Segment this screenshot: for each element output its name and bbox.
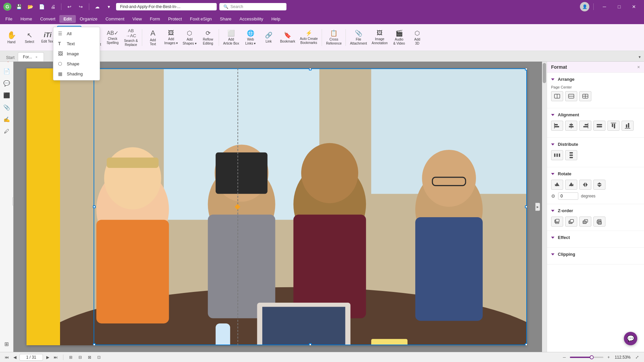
undo-icon[interactable]: ↩ bbox=[65, 2, 74, 11]
panel-close-button[interactable]: × bbox=[637, 64, 640, 70]
add-3d-tool[interactable]: ⬡ Add3D bbox=[409, 26, 426, 49]
cloud-icon[interactable]: ☁ bbox=[93, 2, 102, 11]
link-tool[interactable]: 🔗 Link bbox=[260, 26, 277, 49]
scroll-thumb[interactable] bbox=[543, 63, 546, 83]
zoom-fill bbox=[570, 357, 592, 358]
distribute-v[interactable] bbox=[565, 150, 577, 160]
fullscreen-button[interactable]: ⤢ bbox=[633, 354, 641, 361]
dropdown-item-all[interactable]: ☰ All bbox=[53, 28, 100, 39]
search-replace-tool[interactable]: AB→AC Search &Replace bbox=[122, 26, 140, 49]
sidebar-stamps[interactable]: 🖊 bbox=[1, 126, 12, 137]
next-page-button[interactable]: ▶ bbox=[44, 354, 51, 361]
fit-width-button[interactable]: ⊟ bbox=[77, 354, 84, 361]
menu-convert[interactable]: Convert bbox=[36, 15, 60, 23]
file-attachment-tool[interactable]: 📎 FileAttachment bbox=[348, 26, 369, 49]
cross-reference-tool[interactable]: 📋 CrossReference bbox=[324, 26, 343, 49]
menu-comment[interactable]: Comment bbox=[101, 15, 128, 23]
arrange-center-both[interactable] bbox=[579, 91, 591, 101]
dropdown-item-shading[interactable]: ▦ Shading bbox=[53, 69, 100, 79]
menu-share[interactable]: Share bbox=[216, 15, 235, 23]
arrange-center-v[interactable] bbox=[565, 91, 577, 101]
fit-page-button[interactable]: ⊞ bbox=[67, 354, 74, 361]
rotate-ccw-90[interactable] bbox=[551, 180, 563, 190]
align-bottom[interactable] bbox=[622, 121, 634, 131]
view-mode-button[interactable]: ⊠ bbox=[86, 354, 93, 361]
send-back[interactable] bbox=[593, 217, 605, 227]
zoom-in-button[interactable]: + bbox=[605, 354, 612, 361]
dropdown-icon[interactable]: ▾ bbox=[104, 2, 113, 11]
menu-accessibility[interactable]: Accessibility bbox=[235, 15, 267, 23]
align-top[interactable] bbox=[607, 121, 620, 131]
two-page-button[interactable]: ⊡ bbox=[96, 354, 102, 361]
chat-button[interactable]: 💬 bbox=[624, 332, 637, 345]
print-icon[interactable]: 🖨 bbox=[48, 2, 58, 11]
minimize-button[interactable]: ─ bbox=[598, 0, 611, 13]
send-backward[interactable] bbox=[579, 217, 591, 227]
document-tab[interactable]: For... × bbox=[18, 52, 44, 61]
save-icon[interactable]: 💾 bbox=[14, 2, 23, 11]
menu-home[interactable]: Home bbox=[16, 15, 36, 23]
sidebar-pages[interactable]: 📄 bbox=[1, 66, 12, 76]
web-links-tool[interactable]: 🌐 WebLinks ▾ bbox=[242, 26, 259, 49]
open-icon[interactable]: 📂 bbox=[25, 2, 35, 11]
sidebar-organize[interactable]: ⊞ bbox=[1, 339, 12, 349]
align-justify[interactable] bbox=[593, 121, 605, 131]
dropdown-item-shape[interactable]: ⬡ Shape bbox=[53, 59, 100, 69]
page-input[interactable]: 1 / 31 bbox=[19, 354, 43, 361]
zoom-thumb[interactable] bbox=[590, 355, 594, 359]
menu-foxit-esign[interactable]: Foxit eSign bbox=[186, 15, 216, 23]
prev-page-button[interactable]: ◀ bbox=[11, 354, 18, 361]
align-center-h[interactable] bbox=[565, 121, 577, 131]
menu-form[interactable]: Form bbox=[146, 15, 164, 23]
select-tool[interactable]: ↖ Select bbox=[21, 26, 38, 49]
bring-forward[interactable] bbox=[565, 217, 577, 227]
arrange-center-h[interactable] bbox=[551, 91, 563, 101]
dropdown-item-text[interactable]: T Text bbox=[53, 39, 100, 49]
tab-dropdown-arrow[interactable]: ▾ bbox=[635, 53, 644, 61]
sidebar-signatures[interactable]: ✍ bbox=[1, 114, 12, 125]
distribute-h[interactable] bbox=[551, 150, 563, 160]
sidebar-layers[interactable]: ⬛ bbox=[1, 90, 12, 101]
new-icon[interactable]: 📄 bbox=[37, 2, 46, 11]
zoom-value: 112.53% bbox=[615, 355, 631, 360]
maximize-button[interactable]: □ bbox=[612, 0, 626, 13]
user-avatar[interactable]: 👤 bbox=[580, 2, 589, 11]
menu-help[interactable]: Help bbox=[267, 15, 284, 23]
reflow-editing-tool[interactable]: ⟳ ReflowEditing bbox=[199, 26, 217, 49]
close-button[interactable]: ✕ bbox=[627, 0, 641, 13]
add-article-box-tool[interactable]: ⬜ AddArticle Box bbox=[221, 26, 241, 49]
align-right[interactable] bbox=[579, 121, 591, 131]
image-annotation-tool[interactable]: 🖼 ImageAnnotation bbox=[370, 26, 390, 49]
add-images-tool[interactable]: 🖼 AddImages ▾ bbox=[162, 26, 180, 49]
search-box[interactable]: 🔍 Search bbox=[219, 3, 286, 10]
flip-v[interactable] bbox=[593, 180, 605, 190]
menu-organize[interactable]: Organize bbox=[76, 15, 102, 23]
redo-icon[interactable]: ↪ bbox=[76, 2, 86, 11]
rotate-degrees-input[interactable]: 0 bbox=[558, 192, 578, 200]
last-page-button[interactable]: ⏭ bbox=[52, 354, 59, 361]
v-scrollbar[interactable] bbox=[542, 62, 547, 352]
menu-protect[interactable]: Protect bbox=[164, 15, 186, 23]
add-shapes-tool[interactable]: ⬡ AddShapes ▾ bbox=[180, 26, 199, 49]
check-spelling-tool[interactable]: AB✓ CheckSpelling bbox=[104, 26, 121, 49]
zoom-track[interactable] bbox=[570, 357, 603, 358]
flip-h[interactable] bbox=[579, 180, 591, 190]
hand-tool[interactable]: ✋ Hand bbox=[3, 26, 20, 49]
dropdown-item-image[interactable]: 🖼 Image bbox=[53, 49, 100, 59]
sidebar-attachments[interactable]: 📎 bbox=[1, 102, 12, 113]
tab-close-button[interactable]: × bbox=[34, 55, 39, 59]
menu-view[interactable]: View bbox=[128, 15, 146, 23]
first-page-button[interactable]: ⏮ bbox=[3, 354, 10, 361]
sidebar-comments[interactable]: 💬 bbox=[1, 78, 12, 88]
rotate-cw-90[interactable] bbox=[565, 180, 577, 190]
panel-expand-arrow[interactable]: ▶ bbox=[535, 203, 540, 211]
bookmark-tool[interactable]: 🔖 Bookmark bbox=[278, 26, 297, 49]
bring-front[interactable] bbox=[551, 217, 563, 227]
zoom-out-button[interactable]: ─ bbox=[561, 354, 568, 361]
align-left[interactable] bbox=[551, 121, 563, 131]
menu-edit[interactable]: Edit bbox=[59, 15, 76, 23]
menu-file[interactable]: File bbox=[1, 15, 16, 23]
add-text-tool[interactable]: A AddText bbox=[144, 26, 162, 49]
auto-create-tool[interactable]: ⚡ Auto CreateBookmarks bbox=[298, 26, 320, 49]
audio-video-tool[interactable]: 🎬 Audio& Video bbox=[390, 26, 408, 49]
